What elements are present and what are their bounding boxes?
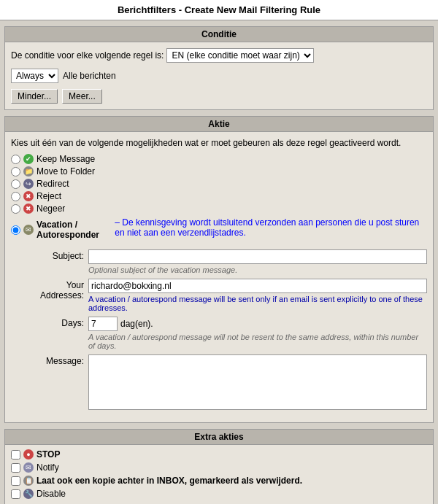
minder-button[interactable]: Minder...: [11, 89, 58, 104]
copy-label: Laat ook een kopie achter in INBOX, gema…: [36, 476, 302, 486]
addresses-row: YourAddresses: A vacation / autorespond …: [33, 279, 427, 312]
message-textarea[interactable]: [88, 354, 427, 410]
subject-hint: Optional subject of the vacation message…: [88, 265, 427, 274]
reject-icon: ✖: [23, 191, 34, 201]
always-label: Alle berichten: [63, 71, 116, 81]
days-content: dag(en). A vacation / autorespond messag…: [88, 317, 427, 350]
option-redirect: ↪ Redirect: [11, 179, 427, 189]
addresses-content: A vacation / autorespond message will be…: [88, 279, 427, 312]
condition-row: De conditie voor elke volgende regel is:…: [11, 48, 427, 63]
radio-move[interactable]: [11, 167, 20, 177]
copy-icon: 📋: [23, 476, 34, 486]
radio-keep[interactable]: [11, 155, 20, 164]
aktie-body: Kies uit één van de volgende mogelijkhed…: [5, 132, 433, 422]
days-input[interactable]: [88, 317, 118, 331]
check-copy[interactable]: [11, 476, 20, 486]
message-label: Message:: [33, 354, 84, 366]
days-suffix: dag(en).: [120, 319, 153, 329]
option-reject: ✖ Reject: [11, 191, 427, 201]
folder-icon: 📁: [23, 166, 34, 177]
condition-label: De conditie voor elke volgende regel is:: [11, 50, 164, 61]
negate-icon: ✖: [23, 203, 34, 214]
extra-stop: ● STOP: [11, 449, 427, 460]
extra-copy: 📋 Laat ook een kopie achter in INBOX, ge…: [11, 476, 427, 486]
option-move: 📁 Move to Folder: [11, 166, 427, 177]
action-radio-list: ✔ Keep Message 📁 Move to Folder ↪ Redire…: [11, 154, 427, 244]
addresses-hint: A vacation / autorespond message will be…: [88, 295, 427, 312]
vacation-label: Vacation / Autoresponder: [36, 220, 112, 240]
check-stop[interactable]: [11, 450, 20, 460]
extra-header: Extra akties: [5, 430, 433, 445]
days-row: Days: dag(en). A vacation / autorespond …: [33, 317, 427, 350]
move-label: Move to Folder: [36, 166, 95, 177]
stop-label: STOP: [36, 449, 60, 460]
extra-notify: ✉ Notify: [11, 462, 427, 473]
radio-negate[interactable]: [11, 204, 20, 214]
conditie-section: Conditie De conditie voor elke volgende …: [4, 26, 434, 110]
days-label: Days:: [33, 317, 84, 328]
condition-select[interactable]: EN (elke conditie moet waar zijn) OF (ee…: [166, 48, 314, 63]
addresses-input[interactable]: [88, 279, 427, 293]
subject-row: Subject: Optional subject of the vacatio…: [33, 249, 427, 274]
message-row: Message:: [33, 354, 427, 412]
message-content: [88, 354, 427, 412]
extra-list: ● STOP ✉ Notify 📋 Laat ook een kopie ach…: [5, 445, 433, 504]
addresses-label: YourAddresses:: [33, 279, 84, 301]
vacation-note: – De kennisgeving wordt uitsluitend verz…: [115, 217, 427, 238]
subject-input[interactable]: [88, 249, 427, 264]
extra-disable: 🔧 Disable: [11, 489, 427, 499]
disable-label: Disable: [36, 489, 66, 499]
option-vacation: ✉ Vacation / Autoresponder – De kennisge…: [11, 216, 427, 244]
option-keep: ✔ Keep Message: [11, 154, 427, 164]
always-select[interactable]: Always: [11, 69, 58, 83]
notify-icon: ✉: [23, 462, 34, 473]
redirect-icon: ↪: [23, 179, 34, 189]
extra-section: Extra akties ● STOP ✉ Notify 📋 Laat ook …: [4, 429, 434, 504]
action-description: Kies uit één van de volgende mogelijkhed…: [11, 138, 427, 148]
subject-label: Subject:: [33, 249, 84, 261]
reject-label: Reject: [36, 191, 61, 201]
stop-icon: ●: [23, 449, 34, 460]
keep-label: Keep Message: [36, 154, 95, 164]
always-row: Always Alle berichten: [11, 69, 427, 83]
vacation-icon: ✉: [23, 225, 34, 235]
page-title: Berichtfilters - Create New Mail Filteri…: [0, 0, 438, 20]
days-hint: A vacation / autorespond message will no…: [88, 333, 427, 350]
check-disable[interactable]: [11, 489, 20, 499]
conditie-body: De conditie voor elke volgende regel is:…: [5, 42, 433, 109]
option-negate: ✖ Negeer: [11, 203, 427, 214]
notify-label: Notify: [36, 462, 59, 473]
subject-content: Optional subject of the vacation message…: [88, 249, 427, 274]
aktie-section: Aktie Kies uit één van de volgende mogel…: [4, 116, 434, 423]
radio-vacation[interactable]: [11, 225, 20, 235]
meer-button[interactable]: Meer...: [62, 89, 102, 104]
keep-icon: ✔: [23, 154, 34, 164]
redirect-label: Redirect: [36, 179, 69, 189]
conditie-header: Conditie: [5, 27, 433, 42]
radio-reject[interactable]: [11, 192, 20, 201]
days-row-inner: dag(en).: [88, 317, 427, 331]
condition-btn-row: Minder... Meer...: [11, 89, 427, 104]
aktie-header: Aktie: [5, 117, 433, 132]
radio-redirect[interactable]: [11, 179, 20, 189]
disable-icon: 🔧: [23, 489, 34, 499]
vacation-form: Subject: Optional subject of the vacatio…: [33, 249, 427, 412]
negate-label: Negeer: [36, 203, 65, 214]
check-notify[interactable]: [11, 463, 20, 473]
